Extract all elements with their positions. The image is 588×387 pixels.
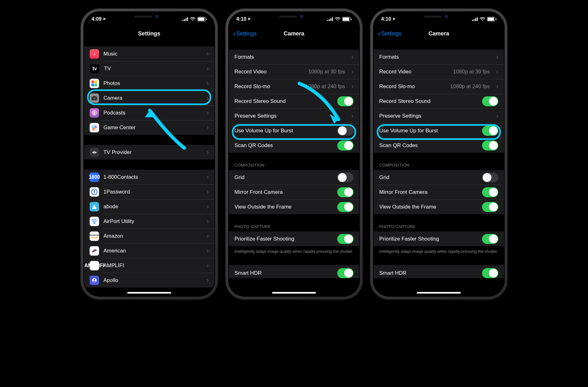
chevron-right-icon: › [207, 124, 209, 132]
home-indicator[interactable] [417, 292, 461, 294]
row-podcasts[interactable]: Podcasts › [84, 105, 214, 120]
row-grid[interactable]: Grid [229, 170, 359, 185]
chevron-right-icon: › [207, 247, 209, 255]
battery-icon [487, 17, 496, 21]
row-stereo[interactable]: Record Stereo Sound [374, 94, 504, 109]
row-faster[interactable]: Prioritize Faster Shooting [229, 231, 359, 246]
row-camera[interactable]: Camera › [84, 91, 214, 105]
row-american[interactable]: American › [84, 243, 214, 258]
row-burst[interactable]: Use Volume Up for Burst [374, 123, 504, 138]
row-label: Record Video [234, 69, 304, 75]
row-burst[interactable]: Use Volume Up for Burst [229, 123, 359, 138]
cellular-signal-icon [472, 17, 478, 21]
section-header-composition: COMPOSITION [374, 163, 504, 170]
svg-point-9 [92, 128, 95, 130]
row-apollo[interactable]: Apollo › [84, 273, 214, 288]
svg-rect-1 [93, 96, 96, 97]
app-icon: AMPLIFI [90, 261, 99, 270]
row-detail: 1080p at 30 fps [308, 69, 345, 75]
row-preserve[interactable]: Preserve Settings› [374, 109, 504, 123]
settings-list[interactable]: ♪ Music › tv TV › Photos › [84, 41, 214, 296]
toggle-switch[interactable] [337, 268, 354, 278]
toggle-switch[interactable] [482, 172, 498, 183]
nav-title: Camera [284, 30, 304, 37]
phone-frame-1: 4:09 ➤ Settings [80, 8, 218, 300]
camera-settings-list[interactable]: Formats›Record Video1080p at 30 fps›Reco… [229, 41, 359, 296]
toggle-switch[interactable] [482, 140, 498, 151]
app-icon [90, 276, 99, 285]
toggle-switch[interactable] [337, 187, 354, 197]
svg-point-14 [94, 279, 95, 280]
toggle-switch[interactable] [337, 234, 354, 244]
toggle-switch[interactable] [482, 234, 498, 244]
row-tv[interactable]: tv TV › [84, 61, 214, 76]
phone-frame-2: 4:10 ➤ ‹ Settings Camera Format [225, 8, 363, 300]
row-formats[interactable]: Formats› [229, 50, 359, 64]
row-faster[interactable]: Prioritize Faster Shooting [374, 231, 504, 246]
row-label: Scan QR Codes [379, 142, 478, 149]
row-mirror[interactable]: Mirror Front Camera [229, 185, 359, 199]
row-amazon[interactable]: amazon Amazon › [84, 229, 214, 243]
section-footer-capture: Intelligently adapt image quality when r… [229, 246, 359, 254]
section-header-capture: PHOTO CAPTURE [374, 224, 504, 231]
row-record_video[interactable]: Record Video1080p at 30 fps› [229, 64, 359, 79]
row-stereo[interactable]: Record Stereo Sound [229, 94, 359, 109]
nav-bar: ‹ Settings Camera [374, 26, 504, 41]
row-label: Record Stereo Sound [379, 98, 478, 104]
chevron-right-icon: › [351, 112, 354, 120]
row-record_slomo[interactable]: Record Slo-mo1080p at 240 fps› [374, 79, 504, 94]
app-icon: amazon [90, 231, 99, 241]
back-button[interactable]: ‹ Settings [233, 26, 257, 41]
toggle-switch[interactable] [337, 172, 354, 183]
toggle-switch[interactable] [337, 140, 354, 151]
row-airport[interactable]: AirPort Utility › [84, 214, 214, 229]
row-label: View Outside the Frame [379, 204, 478, 210]
toggle-switch[interactable] [337, 126, 354, 136]
status-time: 4:10 [236, 16, 246, 22]
row-music[interactable]: ♪ Music › [84, 46, 214, 61]
chevron-right-icon: › [207, 148, 209, 156]
home-indicator[interactable] [272, 292, 316, 294]
back-button[interactable]: ‹ Settings [378, 26, 402, 41]
home-indicator[interactable] [127, 292, 171, 294]
app-icon: 1800 [90, 172, 99, 182]
music-icon: ♪ [90, 49, 99, 59]
row-photos[interactable]: Photos › [84, 76, 214, 91]
row-tvprovider[interactable]: TV Provider › [84, 145, 214, 160]
row-1800contacts[interactable]: 1800 1-800Contacts › [84, 170, 214, 184]
row-1password[interactable]: 1Password › [84, 184, 214, 199]
row-mirror[interactable]: Mirror Front Camera [374, 185, 504, 199]
row-outside[interactable]: View Outside the Frame [374, 199, 504, 214]
row-formats[interactable]: Formats› [374, 50, 504, 64]
row-record_slomo[interactable]: Record Slo-mo1080p at 240 fps› [229, 79, 359, 94]
camera-settings-list[interactable]: Formats›Record Video1080p at 30 fps›Reco… [374, 41, 504, 296]
battery-icon [342, 17, 352, 21]
nav-title: Camera [428, 30, 449, 37]
phone-frame-3: 4:10 ➤ ‹ Settings Camera Format [370, 8, 508, 300]
row-qr[interactable]: Scan QR Codes [374, 138, 504, 153]
row-preserve[interactable]: Preserve Settings› [229, 109, 359, 123]
row-smart-hdr[interactable]: Smart HDR [374, 265, 504, 278]
row-record_video[interactable]: Record Video1080p at 30 fps› [374, 64, 504, 79]
row-amplifi[interactable]: AMPLIFI AMPLIFI › [84, 258, 214, 273]
section-footer-capture: Intelligently adapt image quality when r… [374, 246, 504, 254]
toggle-switch[interactable] [482, 126, 498, 136]
row-grid[interactable]: Grid [374, 170, 504, 185]
toggle-switch[interactable] [482, 187, 498, 197]
row-outside[interactable]: View Outside the Frame [229, 199, 359, 214]
chevron-right-icon: › [351, 68, 354, 76]
gamecenter-icon [90, 123, 99, 132]
toggle-switch[interactable] [337, 202, 354, 212]
chevron-left-icon: ‹ [233, 30, 236, 37]
photos-icon [90, 79, 99, 88]
chevron-right-icon: › [207, 50, 209, 58]
notch [406, 12, 472, 21]
toggle-switch[interactable] [482, 268, 498, 278]
toggle-switch[interactable] [482, 202, 498, 212]
row-abode[interactable]: abode › [84, 199, 214, 214]
toggle-switch[interactable] [482, 96, 498, 106]
row-qr[interactable]: Scan QR Codes [229, 138, 359, 153]
row-gamecenter[interactable]: Game Center › [84, 120, 214, 135]
row-smart-hdr[interactable]: Smart HDR [229, 265, 359, 278]
toggle-switch[interactable] [337, 96, 354, 106]
